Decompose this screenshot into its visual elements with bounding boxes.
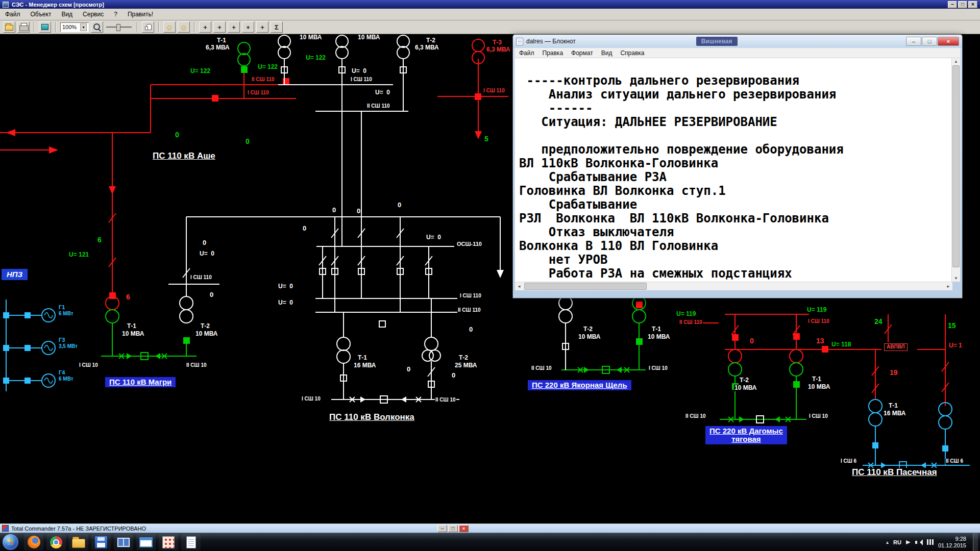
- schematic-label: I СШ 10: [808, 414, 828, 419]
- action-center-flag-icon[interactable]: [906, 540, 911, 544]
- notepad-maximize-button[interactable]: □: [922, 37, 937, 46]
- schematic-label: U= 0: [351, 68, 367, 74]
- open-folder-icon: [5, 25, 13, 31]
- menu-item-Правка[interactable]: Правка: [538, 48, 568, 58]
- app-maximize-button[interactable]: □: [958, 1, 967, 8]
- scroll-left-icon[interactable]: ◄: [517, 284, 521, 289]
- zoom-slider[interactable]: [105, 22, 133, 32]
- schematic-label: Т-2: [739, 377, 749, 384]
- schematic-label: 0: [332, 207, 336, 214]
- pan-up-button[interactable]: +: [199, 21, 211, 33]
- notepad-close-button[interactable]: ×: [938, 37, 959, 46]
- center-button[interactable]: +: [256, 21, 268, 33]
- menu-item-Файл[interactable]: Файл: [0, 9, 26, 19]
- tc-window-title: Total Commander 7.57a - НЕ ЗАРЕГИСТРИРОВ…: [11, 525, 146, 532]
- schematic-label: 13: [816, 337, 825, 345]
- sum-button[interactable]: Σ: [271, 21, 283, 33]
- window-icon: [139, 537, 153, 547]
- dot-grid-icon: [162, 536, 175, 548]
- network-icon[interactable]: [927, 539, 934, 545]
- taskbar-icon-firefox[interactable]: [24, 534, 43, 550]
- schematic-label: 19: [889, 369, 898, 377]
- taskbar-icon-window[interactable]: [136, 534, 156, 550]
- taskbar-icon-total-commander[interactable]: [114, 534, 133, 550]
- show-desktop-button[interactable]: [973, 533, 978, 551]
- substation-label-yakornaya[interactable]: ПС 220 кВ Якорная Щель: [528, 380, 631, 390]
- language-indicator[interactable]: RU: [893, 539, 901, 545]
- scroll-right-icon[interactable]: ►: [946, 284, 950, 289]
- pan-left-button[interactable]: +: [228, 21, 240, 33]
- menu-item-Формат[interactable]: Формат: [567, 48, 597, 58]
- smiley-neutral-button[interactable]: ☺: [178, 21, 190, 33]
- substation-label-magri[interactable]: ПС 110 кВ Магри: [105, 377, 176, 387]
- export-button[interactable]: [39, 21, 51, 33]
- schematic-label: Т-2: [583, 326, 593, 333]
- taskbar-icon-chrome[interactable]: [46, 534, 66, 550]
- tc-close-button[interactable]: ×: [459, 525, 469, 532]
- tc-minimize-button[interactable]: –: [437, 525, 447, 532]
- notepad-hscroll-thumb[interactable]: [524, 283, 647, 290]
- schematic-label: II СШ 110: [457, 308, 481, 313]
- schematic-label: 0: [749, 337, 754, 345]
- print-button[interactable]: [17, 21, 30, 33]
- schematic-label: I СШ 110: [483, 88, 505, 94]
- taskbar-clock[interactable]: 9:28 01.12.2015: [938, 536, 968, 549]
- menu-item-Править![interactable]: Править!: [122, 9, 158, 19]
- speaker-icon[interactable]: [915, 539, 922, 545]
- schematic-label: 6: [126, 293, 131, 301]
- schematic-label: U= 122: [190, 68, 211, 74]
- chrome-icon: [50, 536, 62, 548]
- smiley-ok-button[interactable]: ☺: [163, 21, 176, 33]
- print-icon: [19, 24, 28, 31]
- app-minimize-button[interactable]: –: [948, 1, 957, 8]
- app-close-button[interactable]: ×: [968, 1, 977, 8]
- menu-item-Вид[interactable]: Вид: [56, 9, 78, 19]
- notepad-vscrollbar[interactable]: ▲ ▼: [951, 58, 960, 282]
- notepad-vscroll-thumb[interactable]: [952, 65, 960, 267]
- menu-item-Справка[interactable]: Справка: [616, 48, 648, 58]
- scroll-up-icon[interactable]: ▲: [954, 59, 958, 64]
- menu-item-Файл[interactable]: Файл: [515, 48, 538, 58]
- pan-right-button[interactable]: +: [242, 21, 254, 33]
- schematic-label: 10 МВА: [121, 331, 144, 337]
- clock-date: 01.12.2015: [938, 542, 966, 549]
- notepad-text: -----контроль дальнего резервирования Ан…: [515, 58, 952, 281]
- chevron-down-icon[interactable]: ▾: [80, 23, 87, 31]
- notepad-hscrollbar[interactable]: ◄ ►: [515, 282, 952, 290]
- schematic-label: U= 0: [375, 89, 390, 96]
- open-folder-button[interactable]: [3, 21, 15, 33]
- tc-maximize-button[interactable]: □: [448, 525, 458, 532]
- notepad-window: dalres — Блокнот Вишневая – □ × ФайлПрав…: [512, 34, 963, 298]
- menu-item-Вид[interactable]: Вид: [597, 48, 617, 58]
- scroll-down-icon[interactable]: ▼: [954, 276, 958, 281]
- schematic-label: Т-1: [651, 326, 662, 333]
- schematic-label: U= 119: [806, 307, 827, 313]
- pan-hand-button[interactable]: [142, 21, 154, 33]
- menu-item-?[interactable]: ?: [109, 9, 122, 19]
- schematic-label: 16 МВА: [353, 362, 376, 369]
- taskbar-icon-save[interactable]: [91, 534, 111, 550]
- zoom-out-button[interactable]: [91, 21, 103, 33]
- taskbar-icon-folder[interactable]: [69, 534, 88, 550]
- schematic-label: 0: [356, 208, 361, 215]
- windows-flag-icon: [8, 539, 10, 542]
- notepad-textarea[interactable]: -----контроль дальнего резервирования Ан…: [515, 58, 952, 282]
- zoom-select[interactable]: 100%▾: [60, 22, 89, 32]
- start-button[interactable]: [3, 534, 18, 550]
- menu-item-Объект[interactable]: Объект: [26, 9, 57, 19]
- schematic-label: U= 122: [305, 55, 326, 61]
- schematic-label: II СШ 110: [251, 77, 275, 83]
- taskbar-icon-grid-app[interactable]: [159, 534, 178, 550]
- tc-window-titlebar[interactable]: Total Commander 7.57a - НЕ ЗАРЕГИСТРИРОВ…: [0, 523, 980, 533]
- hidden-icons-chevron[interactable]: ▴: [886, 539, 889, 545]
- substation-label-dagomys[interactable]: ПС 220 кВ Дагомыс тяговая: [705, 426, 787, 444]
- notepad-minimize-button[interactable]: –: [906, 37, 921, 46]
- menu-item-Сервис[interactable]: Сервис: [78, 9, 109, 19]
- schematic-label: 10 МВА: [807, 384, 830, 390]
- pan-down-button[interactable]: +: [213, 21, 226, 33]
- schematic-label: II СШ 6: [945, 459, 964, 464]
- schematic-label: II СШ 110: [366, 104, 390, 109]
- schematic-label: 0: [397, 202, 402, 209]
- taskbar-icon-notepad[interactable]: [181, 534, 201, 550]
- notepad-titlebar[interactable]: dalres — Блокнот Вишневая – □ ×: [513, 35, 962, 48]
